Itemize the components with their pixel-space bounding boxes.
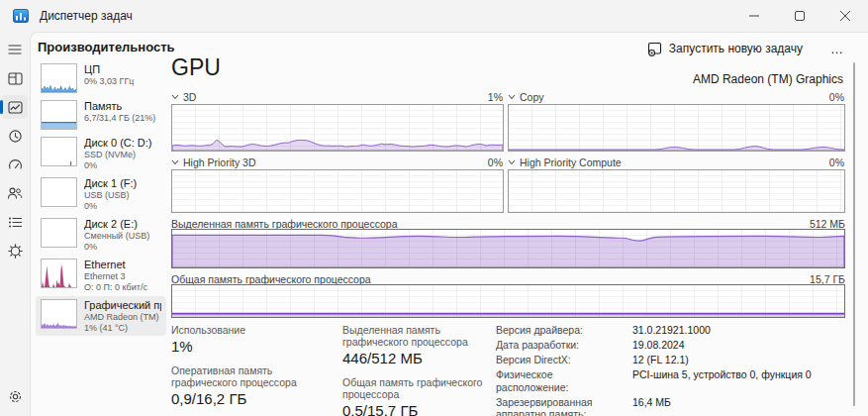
nav-services-icon[interactable] (2, 239, 28, 262)
stats-column-1: Использование 1% Оперативная память граф… (171, 324, 338, 416)
metric-sub: 0% (84, 242, 149, 253)
stats-column-2: Выделенная память графического процессор… (342, 324, 501, 416)
stat-label: Зарезервированная аппаратно память: (496, 396, 627, 416)
stat-value: 31.0.21921.1000 (632, 324, 844, 337)
chart-value: 0% (829, 91, 844, 103)
chart-dedicated-memory (171, 229, 845, 268)
stat-value: 12 (FL 12.1) (632, 354, 844, 366)
chart-header-copy[interactable]: Copy 0% (508, 91, 844, 103)
chart-value: 0% (488, 156, 503, 168)
metric-sub: SSD (NVMe) (84, 150, 152, 160)
stat-label: Выделенная память графического процессор… (342, 324, 501, 348)
performance-metric-list: ЦП 0% 3,03 ГГц Память 6,7/31,4 ГБ (21%) (36, 60, 166, 336)
chart-shared-memory (171, 284, 845, 318)
sidebar-item-memory[interactable]: Память 6,7/31,4 ГБ (21%) (36, 97, 166, 133)
page-title: Производительность (38, 40, 175, 54)
metric-title: ЦП (84, 63, 134, 76)
nav-performance-icon[interactable] (2, 95, 28, 119)
metric-title: Графический про (84, 299, 161, 312)
chart-copy (508, 104, 845, 152)
maximize-button[interactable] (777, 0, 822, 32)
sidebar-item-disk2[interactable]: Диск 2 (E:) Сменный (USB) 0% (36, 215, 166, 255)
nav-details-icon[interactable] (2, 210, 28, 234)
disk2-sparkline (41, 218, 77, 248)
chevron-down-icon (508, 94, 516, 100)
metric-title: Диск 0 (C: D:) (84, 137, 152, 150)
chevron-down-icon (171, 159, 179, 165)
chart-high-priority-compute (508, 169, 845, 213)
run-new-task-label: Запустить новую задачу (669, 42, 803, 55)
titlebar: Диспетчер задач (0, 0, 868, 32)
metric-sub: AMD Radeon (TM) Grap (84, 312, 161, 323)
task-manager-app-icon (13, 8, 29, 24)
stat-label: Использование (171, 324, 338, 336)
sidebar-item-ethernet[interactable]: Ethernet Ethernet 3 О: 0 П: 0 кбит/с (36, 256, 166, 295)
disk0-sparkline (41, 137, 77, 166)
metric-sub: Сменный (USB) (84, 231, 149, 242)
stat-value: 0,9/16,2 ГБ (171, 390, 338, 408)
gpu-page-title: GPU (171, 54, 221, 81)
chart-value: 1% (488, 91, 503, 103)
sidebar-item-disk0[interactable]: Диск 0 (C: D:) SSD (NVMe) 0% (36, 134, 166, 173)
stat-value: 16,4 МБ (632, 396, 844, 416)
stat-label: Версия драйвера: (496, 324, 627, 337)
metric-title: Диск 1 (F:) (84, 177, 137, 190)
stat-label: Версия DirectX: (496, 354, 627, 366)
nav-rail (0, 32, 30, 416)
metric-sub: 0% (84, 160, 152, 171)
hamburger-menu-icon[interactable] (2, 38, 28, 61)
chart-value: 0% (829, 156, 844, 168)
stat-value: PCI-шина 5, устройство 0, функция 0 (632, 368, 844, 393)
stat-label: Физическое расположение: (496, 368, 627, 393)
chart-name: 3D (183, 91, 196, 103)
metric-sub: 1% (41 °C) (84, 323, 161, 334)
vertical-scrollbar[interactable] (853, 62, 855, 406)
more-options-button[interactable]: … (822, 37, 852, 60)
nav-users-icon[interactable] (2, 181, 28, 205)
chart-header-high-priority-3d[interactable]: High Priority 3D 0% (171, 156, 503, 168)
stat-label: Оперативная память графического процессо… (171, 364, 338, 388)
chart-3d (171, 104, 504, 152)
chart-name: High Priority Compute (520, 156, 622, 168)
window-controls (731, 0, 868, 32)
gpu-device-name: AMD Radeon (TM) Graphics (693, 72, 843, 86)
stat-value: 19.08.2024 (632, 339, 844, 352)
close-button[interactable] (822, 0, 868, 32)
chart-high-priority-3d (171, 169, 504, 213)
sidebar-item-disk1[interactable]: Диск 1 (F:) USB (USB) 0% (36, 174, 166, 214)
window-title: Диспетчер задач (40, 9, 133, 23)
sidebar-item-gpu[interactable]: Графический про AMD Radeon (TM) Grap 1% … (36, 296, 166, 336)
chevron-down-icon (171, 94, 179, 100)
metric-sub: Ethernet 3 (84, 271, 147, 282)
stat-value: 0,5/15,7 ГБ (342, 402, 501, 416)
cpu-sparkline (41, 63, 77, 93)
nav-processes-icon[interactable] (2, 66, 28, 90)
metric-sub: 6,7/31,4 ГБ (21%) (84, 113, 155, 124)
nav-startup-apps-icon[interactable] (2, 153, 28, 176)
metric-title: Ethernet (84, 259, 147, 271)
minimize-button[interactable] (731, 0, 777, 32)
metric-sub: О: 0 П: 0 кбит/с (84, 282, 147, 293)
content-panel: Производительность Запустить новую задач… (30, 32, 868, 416)
sidebar-item-cpu[interactable]: ЦП 0% 3,03 ГГц (36, 60, 166, 96)
metric-title: Диск 2 (E:) (84, 218, 149, 231)
metric-sub: USB (USB) (84, 190, 137, 201)
chart-name: Copy (520, 91, 544, 103)
run-new-task-button[interactable]: Запустить новую задачу (639, 37, 811, 60)
chart-header-3d[interactable]: 3D 1% (171, 91, 503, 103)
nav-app-history-icon[interactable] (2, 124, 28, 148)
stat-value: 1% (171, 338, 338, 356)
metric-title: Память (84, 100, 155, 113)
metric-sub: 0% 3,03 ГГц (84, 76, 134, 87)
settings-gear-icon[interactable] (2, 384, 28, 408)
chart-name: High Priority 3D (183, 156, 256, 168)
ethernet-sparkline (41, 259, 77, 288)
metric-sub: 0% (84, 201, 137, 212)
chart-header-high-priority-compute[interactable]: High Priority Compute 0% (508, 156, 844, 168)
stat-label: Общая память графического процессора (342, 376, 501, 400)
run-new-task-icon (647, 42, 662, 56)
stat-label: Дата разработки: (496, 339, 627, 352)
gpu-sparkline (41, 299, 77, 329)
chevron-down-icon (508, 159, 516, 165)
stat-value: 446/512 МБ (342, 350, 501, 367)
